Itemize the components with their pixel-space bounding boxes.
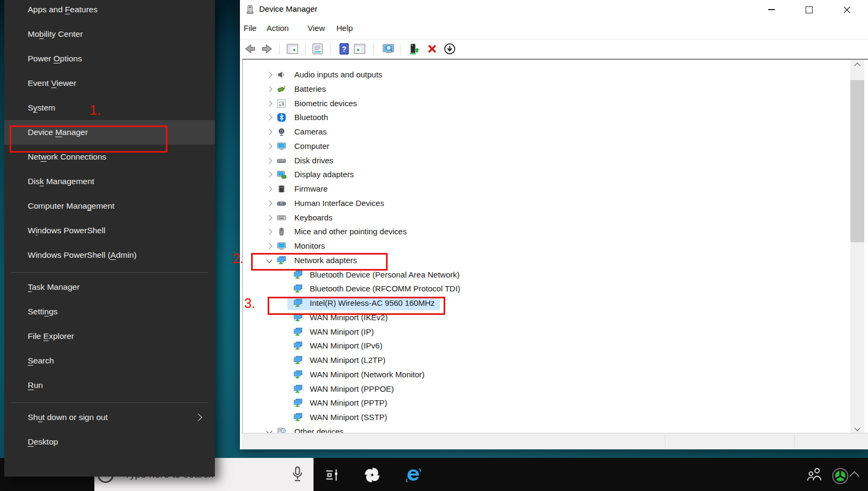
tree-item-mice-and-other-pointing-devices[interactable]: Mice and other pointing devices <box>243 225 868 239</box>
menu-item-disk-management[interactable]: Disk Management <box>4 169 215 194</box>
tree-item-batteries[interactable]: Batteries <box>243 82 868 97</box>
expand-chevron-icon[interactable] <box>266 186 272 192</box>
menubar-item-view[interactable]: View <box>308 23 325 33</box>
tree-item-computer[interactable]: Computer <box>243 139 868 154</box>
back-button[interactable] <box>242 41 256 56</box>
expand-chevron-icon[interactable] <box>266 129 272 134</box>
expand-chevron-icon[interactable] <box>266 200 272 206</box>
expand-chevron-icon[interactable] <box>266 229 272 235</box>
menu-item-label: Shut down or sign out <box>28 413 108 422</box>
tree-item-wan-miniport-sstp[interactable]: WAN Miniport (SSTP) <box>243 410 868 425</box>
tree-item-disk-drives[interactable]: Disk drives <box>243 154 868 168</box>
tree-item-wan-miniport-ipv6[interactable]: WAN Miniport (IPv6) <box>243 339 868 353</box>
menu-item-label: Windows PowerShell (Admin) <box>28 250 136 260</box>
expand-chevron-icon[interactable] <box>266 86 272 92</box>
properties-button[interactable] <box>310 41 325 56</box>
tree-item-wan-miniport-ip[interactable]: WAN Miniport (IP) <box>243 325 868 339</box>
tree-item-bluetooth[interactable]: Bluetooth <box>243 110 868 125</box>
expand-chevron-icon[interactable] <box>266 72 272 77</box>
menu-item-settings[interactable]: Settings <box>4 299 215 324</box>
menu-item-event-viewer[interactable]: Event Viewer <box>4 71 215 96</box>
tree-item-wan-miniport-ikev2[interactable]: WAN Miniport (IKEv2) <box>243 311 868 325</box>
menu-item-run[interactable]: Run <box>4 373 215 398</box>
help-button[interactable]: ? <box>336 41 351 56</box>
tree-item-wan-miniport-pppoe[interactable]: WAN Miniport (PPPOE) <box>243 382 868 397</box>
camera-device-icon <box>277 127 286 137</box>
mouse-device-icon <box>277 227 286 236</box>
menu-item-computer-management[interactable]: Computer Management <box>4 194 215 218</box>
tree-item-wan-miniport-pptp[interactable]: WAN Miniport (PPTP) <box>243 396 868 410</box>
expand-chevron-icon[interactable] <box>266 215 272 220</box>
display-device-icon <box>277 170 286 179</box>
green-fan-tray-icon[interactable] <box>831 466 850 486</box>
tree-item-wan-miniport-network-monitor[interactable]: WAN Miniport (Network Monitor) <box>243 368 868 382</box>
menu-item-label: Device Manager <box>28 128 88 137</box>
minimize-button[interactable] <box>759 0 784 19</box>
scan-button[interactable] <box>381 41 396 56</box>
menubar-item-help[interactable]: Help <box>336 23 353 33</box>
tree-item-network-adapters[interactable]: Network adapters <box>243 254 868 268</box>
expand-chevron-icon[interactable] <box>266 243 272 249</box>
menubar-item-action[interactable]: Action <box>267 23 289 33</box>
menu-item-power-options[interactable]: Power Options <box>4 46 215 71</box>
vertical-scrollbar[interactable] <box>850 60 864 433</box>
menu-item-task-manager[interactable]: Task Manager <box>4 275 215 299</box>
disable-button[interactable] <box>442 41 457 56</box>
menu-item-file-explorer[interactable]: File Explorer <box>4 324 215 349</box>
expand-chevron-icon[interactable] <box>266 157 272 163</box>
expand-chevron-icon[interactable] <box>266 115 272 121</box>
maximize-button[interactable] <box>797 0 821 19</box>
back-icon <box>243 42 256 56</box>
tree-item-bluetooth-device-personal-area-network[interactable]: Bluetooth Device (Personal Area Network) <box>243 268 868 282</box>
tree-item-intel-r-wireless-ac-9560-160mhz[interactable]: Intel(R) Wireless-AC 9560 160MHz <box>243 296 868 311</box>
menu-item-device-manager[interactable]: Device Manager <box>4 120 215 145</box>
tree-item-human-interface-devices[interactable]: Human Interface Devices <box>243 196 868 211</box>
tree-item-other-devices[interactable]: ?Other devices <box>243 425 868 433</box>
tree-item-firmware[interactable]: Firmware <box>243 182 868 196</box>
keyboard-device-icon <box>277 213 286 223</box>
menu-item-system[interactable]: System <box>4 96 215 120</box>
menu-item-windows-powershell-admin[interactable]: Windows PowerShell (Admin) <box>4 243 215 267</box>
show-hidden-icons-chevron[interactable] <box>849 471 859 481</box>
menubar-item-file[interactable]: File <box>244 23 256 33</box>
console-tree-button[interactable] <box>285 41 300 56</box>
tree-item-wan-miniport-l2tp[interactable]: WAN Miniport (L2TP) <box>243 353 868 368</box>
scrollbar-thumb[interactable] <box>850 80 864 242</box>
internet-explorer-icon[interactable] <box>404 465 423 485</box>
menu-item-network-connections[interactable]: Network Connections <box>4 145 215 169</box>
expand-chevron-icon[interactable] <box>266 100 272 106</box>
task-view-button[interactable] <box>323 465 342 485</box>
monitor-device-icon <box>277 241 286 251</box>
scroll-up-arrow[interactable] <box>850 60 864 69</box>
update-driver-button[interactable] <box>406 41 421 56</box>
tree-item-biometric-devices[interactable]: Biometric devices <box>243 97 868 111</box>
uninstall-button[interactable] <box>424 41 439 56</box>
tree-item-audio-inputs-and-outputs[interactable]: Audio inputs and outputs <box>243 68 868 82</box>
menu-item-label: Power Options <box>28 54 82 64</box>
menu-item-windows-powershell[interactable]: Windows PowerShell <box>4 218 215 243</box>
menu-item-desktop[interactable]: Desktop <box>4 430 215 454</box>
menu-item-search[interactable]: Search <box>4 349 215 373</box>
menu-item-apps-and-features[interactable]: Apps and Features <box>4 0 215 22</box>
menu-item-label: Disk Management <box>28 177 94 186</box>
fan-swirl-app-icon[interactable] <box>363 465 382 485</box>
action-pane-button[interactable] <box>352 41 367 56</box>
net-device-icon <box>293 313 303 322</box>
tree-item-cameras[interactable]: Cameras <box>243 125 868 139</box>
tree-item-monitors[interactable]: Monitors <box>243 239 868 254</box>
collapse-chevron-icon[interactable] <box>266 257 272 263</box>
close-button[interactable] <box>834 0 859 19</box>
menu-item-label: Task Manager <box>28 282 79 292</box>
microphone-icon[interactable] <box>291 465 304 484</box>
menu-separator <box>11 272 208 273</box>
tree-item-keyboards[interactable]: Keyboards <box>243 211 868 225</box>
expand-chevron-icon[interactable] <box>266 172 272 178</box>
scroll-down-arrow[interactable] <box>850 424 864 433</box>
people-icon[interactable] <box>805 465 824 485</box>
forward-button[interactable] <box>260 41 275 56</box>
menu-item-shut-down-or-sign-out[interactable]: Shut down or sign out <box>4 405 215 430</box>
tree-item-bluetooth-device-rfcomm-protocol-tdi[interactable]: Bluetooth Device (RFCOMM Protocol TDI) <box>243 282 868 296</box>
tree-item-display-adapters[interactable]: Display adapters <box>243 168 868 182</box>
menu-item-mobility-center[interactable]: Mobility Center <box>4 22 215 46</box>
expand-chevron-icon[interactable] <box>266 143 272 149</box>
